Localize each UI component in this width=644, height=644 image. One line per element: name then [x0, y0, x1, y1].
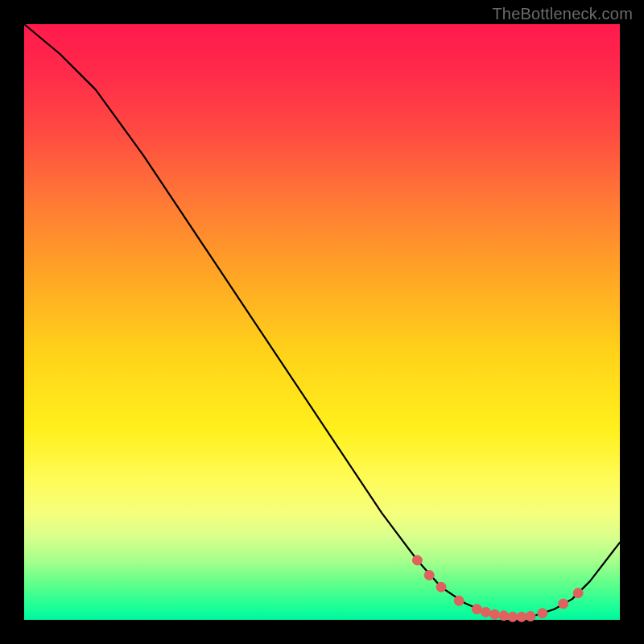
- highlight-dot: [424, 571, 434, 580]
- highlight-dot: [481, 607, 491, 617]
- highlight-dot: [573, 588, 583, 598]
- highlight-dot: [436, 582, 446, 592]
- highlight-dot: [526, 612, 535, 621]
- highlight-dot: [490, 609, 500, 619]
- highlight-dot: [508, 612, 518, 621]
- curve-layer: [24, 24, 620, 620]
- highlight-dots: [412, 555, 583, 621]
- chart-frame: TheBottleneck.com: [0, 0, 644, 644]
- plot-area: [24, 24, 620, 620]
- highlight-dot: [517, 612, 526, 621]
- highlight-dot: [454, 596, 464, 605]
- bottleneck-curve: [24, 24, 620, 617]
- highlight-dot: [559, 599, 568, 609]
- highlight-dot: [412, 555, 422, 565]
- highlight-dot: [499, 611, 509, 621]
- highlight-dot: [472, 605, 481, 614]
- highlight-dot: [538, 609, 547, 618]
- watermark-text: TheBottleneck.com: [492, 5, 633, 23]
